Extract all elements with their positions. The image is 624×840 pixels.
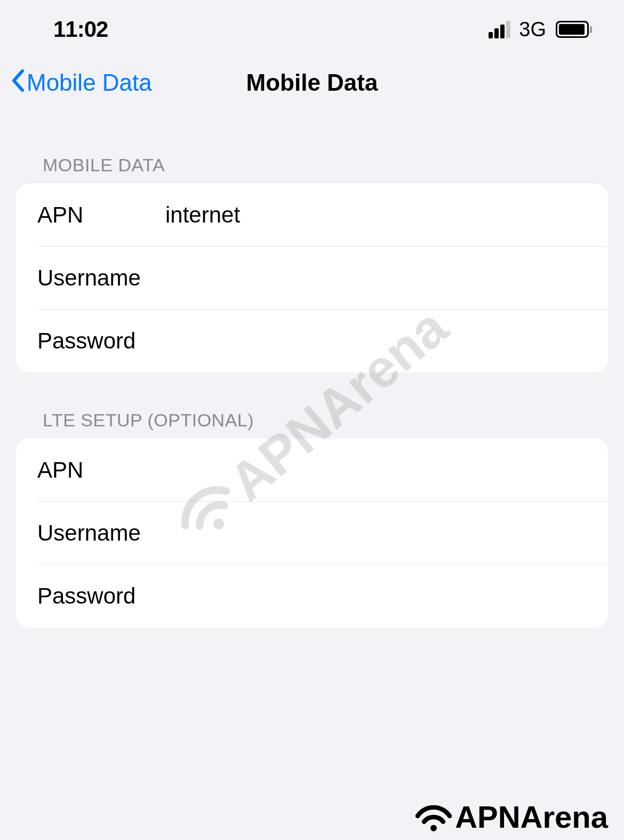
network-type: 3G: [519, 18, 546, 41]
field-label-username: Username: [37, 265, 165, 291]
field-row-lte-username[interactable]: Username: [37, 502, 608, 565]
apn-input[interactable]: [165, 202, 587, 228]
field-row-lte-password[interactable]: Password: [16, 565, 608, 628]
section-header-lte-setup: LTE SETUP (OPTIONAL): [16, 373, 608, 439]
signal-icon: [489, 21, 510, 38]
field-row-apn[interactable]: APN: [37, 184, 608, 247]
username-input[interactable]: [165, 265, 587, 291]
field-row-lte-apn[interactable]: APN: [37, 439, 608, 502]
svg-point-1: [430, 825, 437, 831]
lte-apn-input[interactable]: [165, 457, 587, 483]
password-input[interactable]: [165, 328, 587, 354]
back-button[interactable]: Mobile Data: [11, 67, 152, 99]
field-label-password: Password: [37, 328, 165, 354]
status-time: 11:02: [53, 17, 108, 42]
watermark-text-bottom: APNArena: [455, 799, 608, 835]
section-mobile-data: APN Username Password: [16, 184, 608, 373]
chevron-left-icon: [11, 67, 25, 99]
status-bar: 11:02 3G: [0, 0, 624, 53]
section-lte-setup: APN Username Password: [16, 439, 608, 628]
field-label-lte-apn: APN: [37, 457, 165, 483]
wifi-icon: [412, 800, 455, 834]
section-header-mobile-data: MOBILE DATA: [16, 117, 608, 184]
back-label: Mobile Data: [27, 69, 152, 96]
lte-password-input[interactable]: [165, 583, 587, 609]
field-label-lte-password: Password: [37, 583, 165, 609]
nav-bar: Mobile Data Mobile Data: [0, 53, 624, 117]
field-row-password[interactable]: Password: [16, 310, 608, 373]
lte-username-input[interactable]: [165, 520, 587, 546]
field-label-apn: APN: [37, 202, 165, 228]
field-label-lte-username: Username: [37, 520, 165, 546]
status-indicators: 3G: [489, 18, 592, 41]
field-row-username[interactable]: Username: [37, 247, 608, 310]
watermark-bottom: APNArena: [412, 799, 608, 835]
battery-icon: [556, 21, 592, 38]
